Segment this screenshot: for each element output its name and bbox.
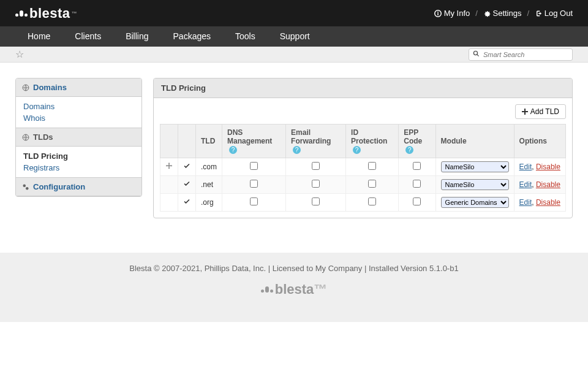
footer-text: Blesta © 2007-2021, Phillips Data, Inc. … <box>0 264 588 273</box>
svg-rect-2 <box>437 13 439 15</box>
logout-icon <box>535 10 542 17</box>
logo[interactable]: blesta ™ <box>15 6 77 21</box>
separator: / <box>473 9 480 18</box>
col-options: Options <box>514 125 565 158</box>
col-enabled <box>178 125 196 158</box>
svg-line-4 <box>477 55 479 56</box>
module-select[interactable]: NameSiloGeneric Domains <box>441 161 509 172</box>
settings-link[interactable]: Settings <box>483 9 522 18</box>
sidebar-body-domains: Domains Whois <box>16 97 141 128</box>
edit-link[interactable]: Edit <box>519 180 532 189</box>
col-drag <box>160 125 178 158</box>
module-select[interactable]: NameSiloGeneric Domains <box>441 197 509 208</box>
help-icon[interactable]: ? <box>229 146 237 154</box>
top-links: My Info / Settings / Log Out <box>434 9 573 18</box>
logo-text: blesta <box>29 6 70 21</box>
logo-dots-icon <box>261 286 273 293</box>
add-tld-button[interactable]: Add TLD <box>515 104 566 119</box>
favorite-star-icon[interactable]: ☆ <box>15 48 24 60</box>
sidebar-body-tlds: TLD Pricing Registrars <box>16 147 141 177</box>
svg-point-3 <box>473 51 477 55</box>
table-row: .comNameSiloGeneric DomainsEdit, Disable <box>160 158 566 176</box>
logout-link[interactable]: Log Out <box>535 9 573 18</box>
disable-link[interactable]: Disable <box>536 198 560 207</box>
search-box[interactable] <box>469 48 573 61</box>
help-icon[interactable]: ? <box>353 146 361 154</box>
subbar: ☆ <box>0 47 588 63</box>
navbar: Home Clients Billing Packages Tools Supp… <box>0 26 588 47</box>
cell-tld: .net <box>196 176 222 194</box>
svg-point-8 <box>26 187 29 190</box>
edit-link[interactable]: Edit <box>519 163 532 171</box>
idp-checkbox[interactable] <box>368 197 376 205</box>
footer: Blesta © 2007-2021, Phillips Data, Inc. … <box>0 253 588 322</box>
drag-handle[interactable] <box>160 158 178 176</box>
tld-table: TLD DNS Management ? Email Forwarding ? … <box>160 124 566 212</box>
footer-logo: blesta™ <box>261 282 328 297</box>
cogs-icon <box>22 183 29 191</box>
email-checkbox[interactable] <box>312 197 320 205</box>
idp-checkbox[interactable] <box>368 180 376 188</box>
svg-point-1 <box>437 12 439 13</box>
idp-checkbox[interactable] <box>368 162 376 170</box>
separator: / <box>525 9 531 18</box>
sidebar-link-whois[interactable]: Whois <box>23 112 134 124</box>
table-row: .orgNameSiloGeneric DomainsEdit, Disable <box>160 194 566 212</box>
sidebar-head-domains[interactable]: Domains <box>16 79 141 97</box>
email-checkbox[interactable] <box>312 180 320 188</box>
help-icon[interactable]: ? <box>405 146 413 154</box>
nav-support[interactable]: Support <box>268 26 322 47</box>
nav-billing[interactable]: Billing <box>113 26 160 47</box>
disable-link[interactable]: Disable <box>536 180 560 189</box>
plus-icon <box>522 109 528 115</box>
module-select[interactable]: NameSiloGeneric Domains <box>441 179 509 190</box>
help-icon[interactable]: ? <box>293 146 301 154</box>
col-email: Email Forwarding ? <box>286 125 346 158</box>
sidebar-head-configuration[interactable]: Configuration <box>16 177 141 196</box>
logo-dots-icon <box>15 10 28 17</box>
nav-home[interactable]: Home <box>15 26 62 47</box>
sidebar-head-tlds[interactable]: TLDs <box>16 128 141 147</box>
col-idp: ID Protection ? <box>346 125 399 158</box>
gear-icon <box>483 10 491 17</box>
epp-checkbox[interactable] <box>413 197 421 205</box>
globe-icon <box>22 84 29 91</box>
col-tld: TLD <box>196 125 222 158</box>
globe-icon <box>22 134 29 141</box>
dns-checkbox[interactable] <box>250 197 258 205</box>
epp-checkbox[interactable] <box>413 180 421 188</box>
nav-clients[interactable]: Clients <box>62 26 113 47</box>
email-checkbox[interactable] <box>312 162 320 170</box>
enabled-check-icon <box>178 158 196 176</box>
nav-tools[interactable]: Tools <box>223 26 268 47</box>
drag-handle[interactable] <box>160 194 178 212</box>
table-row: .netNameSiloGeneric DomainsEdit, Disable <box>160 176 566 194</box>
dns-checkbox[interactable] <box>250 162 258 170</box>
nav-packages[interactable]: Packages <box>161 26 223 47</box>
sidebar: Domains Domains Whois TLDs TLD Pricing R… <box>15 78 142 197</box>
edit-link[interactable]: Edit <box>519 198 532 207</box>
sidebar-active-tld-pricing[interactable]: TLD Pricing <box>23 150 134 162</box>
my-info-link[interactable]: My Info <box>434 9 470 18</box>
trademark-icon: ™ <box>72 10 78 17</box>
topbar: blesta ™ My Info / Settings / Log Out <box>0 0 588 26</box>
drag-handle[interactable] <box>160 176 178 194</box>
cell-tld: .com <box>196 158 222 176</box>
enabled-check-icon <box>178 176 196 194</box>
sidebar-link-domains[interactable]: Domains <box>23 101 134 112</box>
col-epp: EPP Code ? <box>399 125 435 158</box>
epp-checkbox[interactable] <box>413 162 421 170</box>
search-icon <box>473 50 480 58</box>
info-icon <box>434 10 442 17</box>
col-module: Module <box>435 125 514 158</box>
cell-tld: .org <box>196 194 222 212</box>
sidebar-link-registrars[interactable]: Registrars <box>23 162 134 174</box>
svg-point-7 <box>23 184 26 187</box>
dns-checkbox[interactable] <box>250 180 258 188</box>
col-dns: DNS Management ? <box>222 125 286 158</box>
enabled-check-icon <box>178 194 196 212</box>
disable-link[interactable]: Disable <box>536 163 560 171</box>
panel-title: TLD Pricing <box>154 79 572 98</box>
search-input[interactable] <box>483 51 568 58</box>
tld-pricing-panel: TLD Pricing Add TLD TLD DNS Manageme <box>153 78 573 218</box>
